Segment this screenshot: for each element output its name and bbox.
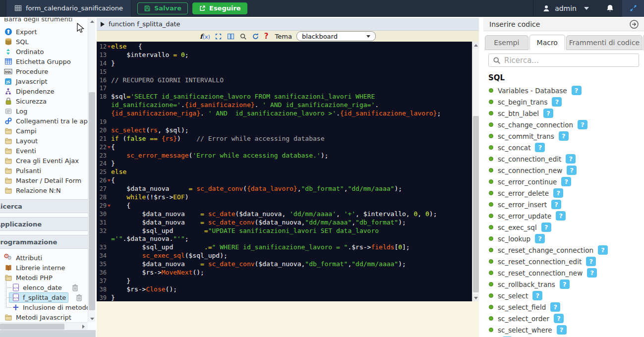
sidebar-item-procedure[interactable]: SQLProcedure bbox=[0, 66, 88, 76]
sidebar-section-applicazione[interactable]: Applicazione bbox=[0, 217, 88, 231]
fullscreen-button[interactable] bbox=[622, 0, 644, 17]
sidebar-item-inclusione-di-metodo[interactable]: +Inclusione di metodo bbox=[0, 302, 88, 312]
macro-item-sc-error-continue[interactable]: sc_error_continue? bbox=[483, 176, 644, 187]
help-badge[interactable]: ? bbox=[554, 314, 564, 323]
sidebar-item-log[interactable]: Log bbox=[0, 106, 88, 116]
sidebar-item-dipendenze[interactable]: Dipendenze bbox=[0, 86, 88, 96]
help-badge[interactable]: ? bbox=[553, 188, 563, 198]
tab-frammenti-di-codice[interactable]: Frammenti di codice bbox=[566, 35, 643, 50]
code-line-23[interactable]: 23 sc_error_message('Error while accessi… bbox=[97, 152, 471, 160]
help-badge[interactable]: ? bbox=[535, 234, 545, 243]
code-line-38[interactable]: 38 $rs->Close(); bbox=[97, 285, 471, 294]
tab-macro[interactable]: Macro bbox=[529, 35, 565, 50]
macro-item-sc-begin-trans[interactable]: sc_begin_trans? bbox=[483, 96, 644, 108]
method-entry[interactable]: </>elenco_date bbox=[9, 282, 64, 293]
help-badge[interactable]: ? bbox=[587, 268, 597, 278]
sidebar-item-librerie-interne[interactable]: Librerie interne bbox=[0, 263, 88, 273]
help-badge[interactable]: ? bbox=[566, 154, 576, 164]
help-badge[interactable]: ? bbox=[541, 223, 551, 232]
help-badge[interactable]: ? bbox=[551, 200, 561, 209]
theme-select[interactable]: blackboard bbox=[296, 31, 376, 41]
macro-item-sc-select-field[interactable]: sc_select_field? bbox=[483, 301, 644, 313]
scroll-up-arrow-icon[interactable] bbox=[472, 42, 479, 49]
search-icon[interactable] bbox=[239, 32, 247, 40]
code-line-37[interactable]: 37 } bbox=[97, 277, 471, 285]
macro-item-sc-exec-sql[interactable]: sc_exec_sql? bbox=[483, 222, 644, 233]
collapse-panel-icon[interactable] bbox=[629, 19, 639, 29]
code-line-19[interactable]: 19 bbox=[97, 118, 471, 126]
sidebar-item-export[interactable]: Export bbox=[0, 27, 88, 37]
help-badge[interactable]: ? bbox=[572, 86, 582, 95]
editor-scrollbar[interactable] bbox=[472, 42, 479, 301]
sidebar-item-collegamenti-tra-le-applicaz[interactable]: Collegamenti tra le applicaz bbox=[0, 116, 88, 126]
help-badge[interactable]: ? bbox=[556, 211, 566, 221]
code-line-35[interactable]: 35 $data_nuova = sc_date_conv($data_nuov… bbox=[97, 260, 471, 269]
fold-arrow-icon[interactable] bbox=[107, 202, 111, 210]
split-view-icon[interactable] bbox=[227, 32, 235, 40]
help-badge[interactable]: ? bbox=[550, 302, 560, 312]
code-line-29[interactable]: 29 { bbox=[97, 202, 471, 210]
code-line-27[interactable]: 27 $data_nuova = sc_date_conv({data_lavo… bbox=[97, 185, 471, 193]
sidebar-item-javascript[interactable]: JSJavascript bbox=[0, 76, 88, 86]
help-badge[interactable]: ? bbox=[560, 280, 570, 289]
macro-item-sc-reset-connection-new[interactable]: sc_reset_connection_new? bbox=[483, 267, 644, 279]
sidebar-item-f-splitta-date[interactable]: </>f_splitta_date bbox=[0, 292, 88, 302]
code-line-13[interactable]: 13 $intervallo = 0; bbox=[97, 51, 471, 59]
code-line-25[interactable]: 25else bbox=[97, 168, 471, 176]
code-line-18[interactable]: 18$sql='SELECT id_sanificazione_lavoro F… bbox=[97, 93, 471, 101]
sidebar-item-sicurezza[interactable]: Sicurezza bbox=[0, 96, 88, 106]
macro-item-sc-error-delete[interactable]: sc_error_delete? bbox=[483, 187, 644, 199]
code-line-20[interactable]: 20sc_select(rs, $sql); bbox=[97, 126, 471, 135]
code-line-32[interactable]: 32 $sql_upd ="UPDATE sanificazioni_lavor… bbox=[97, 227, 471, 235]
code-line-34[interactable]: 34 sc_exec_sql($sql_upd); bbox=[97, 252, 471, 260]
macro-item-sc-concat[interactable]: sc_concat? bbox=[483, 142, 644, 153]
method-entry[interactable]: +Inclusione di metodo bbox=[9, 302, 88, 313]
help-badge[interactable]: ? bbox=[532, 291, 542, 300]
sidebar-vertical-scrollbar[interactable] bbox=[88, 18, 95, 322]
sidebar-item-metodi-php[interactable]: Metodi PHP bbox=[0, 273, 88, 282]
sidebar-horizontal-scrollbar[interactable] bbox=[0, 322, 88, 330]
insert-function-button[interactable]: f(x) bbox=[200, 33, 210, 40]
help-badge[interactable]: ? bbox=[543, 109, 553, 118]
macro-item-sc-btn-label[interactable]: sc_btn_label? bbox=[483, 108, 644, 119]
search-input[interactable] bbox=[504, 56, 635, 65]
sidebar-item-sql[interactable]: SQL bbox=[0, 37, 88, 47]
help-button[interactable]: ? bbox=[264, 32, 269, 41]
sidebar-item-pulsanti[interactable]: Pulsanti bbox=[0, 166, 88, 175]
sidebar-item-relazione-n-n[interactable]: Relazione N:N bbox=[0, 185, 88, 195]
code-line-28[interactable]: 28 while(!$rs->EOF) bbox=[97, 193, 471, 202]
code-line-wrap[interactable]: ='".$data_nuova."'"; bbox=[97, 235, 471, 243]
code-line-39[interactable]: 39} bbox=[97, 294, 471, 301]
help-badge[interactable]: ? bbox=[578, 120, 587, 129]
macro-item-sc-error-insert[interactable]: sc_error_insert? bbox=[483, 199, 644, 210]
user-menu[interactable]: admin bbox=[533, 0, 598, 17]
help-badge[interactable]: ? bbox=[535, 143, 545, 152]
macro-search[interactable] bbox=[488, 54, 639, 67]
code-line-24[interactable]: 24} bbox=[97, 160, 471, 168]
code-line-14[interactable]: 14} bbox=[97, 59, 471, 68]
macro-item-sc-select-where[interactable]: sc_select_where? bbox=[483, 324, 644, 336]
code-line-22[interactable]: 22{ bbox=[97, 143, 471, 152]
help-badge[interactable]: ? bbox=[598, 245, 608, 255]
sidebar-item-layout[interactable]: Layout bbox=[0, 136, 88, 146]
macro-item-variables-database[interactable]: Variables - Database? bbox=[483, 85, 644, 96]
editor-scroll-thumb[interactable] bbox=[473, 116, 479, 292]
scroll-right-arrow-icon[interactable] bbox=[82, 323, 85, 331]
macro-item-sc-connection-new[interactable]: sc_connection_new? bbox=[483, 165, 644, 176]
sidebar-section-programmazione[interactable]: Programmazione bbox=[0, 235, 88, 249]
scroll-up-arrow-icon[interactable] bbox=[88, 18, 96, 25]
trash-icon[interactable] bbox=[75, 293, 83, 302]
macro-item-sc-rollback-trans[interactable]: sc_rollback_trans? bbox=[483, 279, 644, 290]
sidebar-item-elenco-date[interactable]: </>elenco_date bbox=[0, 282, 88, 292]
sidebar-item-crea-gli-eventi-ajax[interactable]: Crea gli Eventi Ajax bbox=[0, 156, 88, 166]
help-badge[interactable]: ? bbox=[557, 325, 567, 335]
sidebar-hscroll-thumb[interactable] bbox=[0, 324, 64, 330]
app-tab[interactable]: form_calendario_sanificazione bbox=[6, 0, 131, 17]
sidebar-item-barra-degli-strumenti[interactable]: Barra degli strumenti bbox=[0, 18, 88, 24]
macro-item-sc-select[interactable]: sc_select? bbox=[483, 290, 644, 301]
fold-arrow-icon[interactable] bbox=[107, 176, 111, 185]
run-button[interactable]: Eseguire bbox=[192, 2, 247, 14]
scroll-down-arrow-icon[interactable] bbox=[88, 315, 96, 322]
sidebar-section-ricerca[interactable]: Ricerca bbox=[0, 199, 88, 213]
sidebar-item-etichetta-gruppo[interactable]: Etichetta Gruppo bbox=[0, 56, 88, 66]
